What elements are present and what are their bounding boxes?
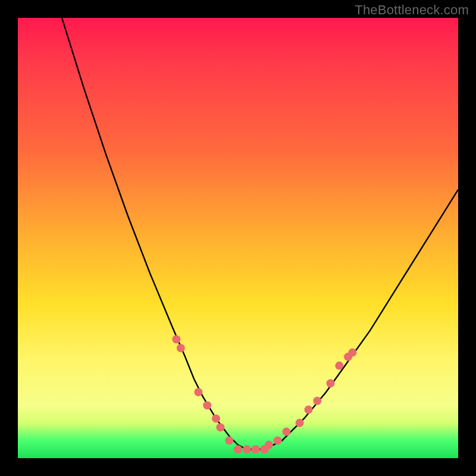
curve-marker [243,445,251,453]
curve-marker [326,379,334,387]
curve-marker [313,397,321,405]
curve-marker [282,428,290,436]
curve-svg [18,18,458,458]
plot-area [18,18,458,458]
watermark-text: TheBottleneck.com [355,2,469,18]
curve-markers [172,335,356,453]
curve-marker [212,414,220,422]
bottleneck-curve-path [62,18,458,449]
curve-marker [335,362,343,370]
curve-marker [265,441,273,449]
curve-marker [203,401,211,409]
chart-stage: TheBottleneck.com [0,0,476,476]
curve-marker [234,445,242,453]
curve-marker [172,335,180,343]
curve-marker [177,344,185,352]
curve-marker [225,436,233,444]
curve-marker [216,423,224,431]
curve-marker [252,445,260,453]
curve-marker [194,388,202,396]
curve-marker [274,436,282,444]
curve-marker [304,406,312,414]
curve-marker [348,348,356,356]
curve-marker [296,419,304,427]
